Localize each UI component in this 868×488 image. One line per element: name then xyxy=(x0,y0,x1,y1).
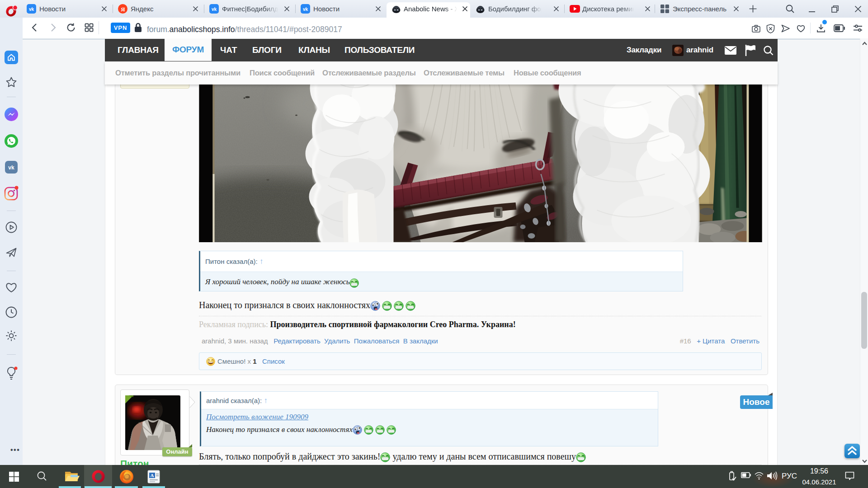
svg-text:vk: vk xyxy=(8,164,14,171)
svg-text:Я: Я xyxy=(121,6,125,13)
svg-text:vk: vk xyxy=(29,7,34,12)
svg-text:vk: vk xyxy=(212,7,217,12)
svg-text:A: A xyxy=(151,473,154,478)
svg-text:vk: vk xyxy=(303,7,308,12)
